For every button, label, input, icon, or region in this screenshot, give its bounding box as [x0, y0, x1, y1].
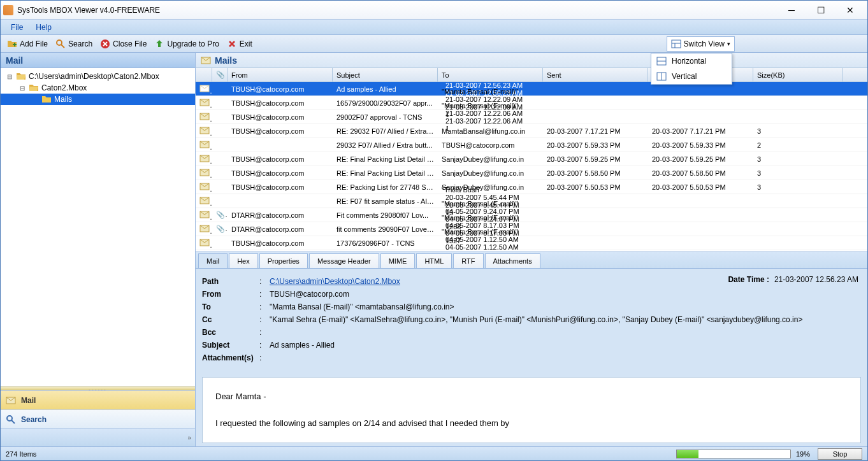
tab-attachments[interactable]: Attachments — [485, 253, 540, 268]
mail-icon — [201, 55, 211, 66]
tab-hex[interactable]: Hex — [229, 253, 258, 268]
col-sent[interactable]: Sent — [543, 68, 648, 82]
mail-icon — [199, 139, 210, 150]
exit-icon — [227, 39, 237, 49]
menu-file[interactable]: File — [4, 23, 29, 32]
switch-view-button[interactable]: Switch View ▾ — [667, 36, 735, 52]
tab-rtf[interactable]: RTF — [453, 253, 483, 268]
col-from[interactable]: From — [228, 68, 333, 82]
layout-icon — [671, 39, 681, 49]
mail-icon — [199, 125, 210, 136]
col-attachment[interactable]: 📎 — [212, 68, 228, 82]
dropdown-item-horizontal[interactable]: Horizontal — [651, 53, 732, 69]
upgrade-icon — [154, 39, 164, 49]
folder-icon — [41, 94, 52, 104]
progress-bar — [676, 450, 791, 458]
tree-root[interactable]: ⊟ C:\Users\admin\Desktop\Caton2.Mbox — [1, 71, 195, 82]
table-row[interactable]: TBUSH@catocorp.comRE: Final Packing List… — [196, 166, 867, 180]
tree-mails[interactable]: Mails — [1, 94, 195, 105]
grid-header: 📎 From Subject To Sent Recei... Size(KB) — [196, 68, 867, 82]
exit-button[interactable]: Exit — [223, 36, 256, 52]
menubar: File Help — [1, 20, 867, 35]
tab-html[interactable]: HTML — [416, 253, 452, 268]
grid-body[interactable]: TBUSH@catocorp.comAd samples - Allied"Ma… — [196, 82, 867, 252]
tab-mime[interactable]: MIME — [380, 253, 416, 268]
table-row[interactable]: 29032 F07/ Allied / Extra butt...TBUSH@c… — [196, 138, 867, 152]
message-body: Dear Mamta - I requested the following a… — [202, 377, 861, 443]
right-panel: Mails 📎 From Subject To Sent Recei... Si… — [196, 53, 867, 446]
col-icon[interactable] — [196, 68, 212, 82]
upgrade-button[interactable]: Upgrade to Pro — [150, 36, 222, 52]
mail-icon — [199, 167, 210, 178]
close-button[interactable]: ✕ — [835, 1, 865, 19]
left-panel: Mail ⊟ C:\Users\admin\Desktop\Caton2.Mbo… — [1, 53, 196, 446]
cell-from: TBUSH@catocorp.com — [228, 183, 333, 191]
cell-subject: fit comments 29090F07 Lovec... — [333, 225, 438, 233]
folder-open-icon — [16, 71, 26, 82]
cell-from: TBUSH@catocorp.com — [228, 85, 333, 93]
detail-from-value: TBUSH@catocorp.com — [270, 290, 861, 299]
search-button[interactable]: Search — [52, 36, 96, 52]
search-icon — [6, 415, 16, 425]
dropdown-item-vertical[interactable]: Vertical — [651, 69, 732, 84]
detail-panel: Path : C:\Users\admin\Desktop\Caton2.Mbo… — [196, 268, 867, 446]
cell-received: 20-03-2007 7.17.21 PM — [648, 127, 753, 135]
tree-child[interactable]: ⊟ Caton2.Mbox — [1, 82, 195, 94]
cell-subject: Fit comments 29080f07 Lov... — [333, 211, 438, 219]
attachment-icon: 📎 — [216, 225, 228, 232]
maximize-button[interactable]: ☐ — [806, 1, 835, 19]
cell-received: 20-03-2007 5.59.33 PM — [648, 141, 753, 149]
stop-button[interactable]: Stop — [818, 448, 862, 460]
upgrade-label: Upgrade to Pro — [167, 39, 219, 48]
mail-icon — [199, 238, 210, 248]
nav-strip: » — [1, 429, 195, 446]
cell-subject: RE: Final Packing List Detail f... — [333, 169, 438, 177]
col-size[interactable]: Size(KB) — [753, 68, 843, 82]
cell-sent: 04-05-2007 1.12.50 AM — [442, 236, 543, 243]
status-items: 274 Items — [6, 450, 36, 458]
minimize-button[interactable]: ─ — [777, 1, 806, 19]
tree-toggle-icon[interactable]: ⊟ — [6, 73, 13, 80]
tree-mails-label: Mails — [54, 95, 72, 104]
cell-subject: 17376/29096F07 - TCNS — [333, 239, 438, 247]
add-file-button[interactable]: Add File — [3, 36, 52, 52]
cell-from: TBUSH@catocorp.com — [228, 239, 333, 247]
chevron-icon[interactable]: » — [187, 434, 191, 441]
cell-received: 20-03-2007 5.50.53 PM — [648, 183, 753, 191]
tab-message-header[interactable]: Message Header — [309, 253, 379, 268]
detail-bcc-value — [270, 328, 861, 337]
cell-subject: RE: Packing List for 27748 S0... — [333, 183, 438, 191]
detail-path-value[interactable]: C:\Users\admin\Desktop\Caton2.Mbox — [270, 277, 400, 286]
tab-mail[interactable]: Mail — [198, 253, 228, 268]
folder-tree[interactable]: ⊟ C:\Users\admin\Desktop\Caton2.Mbox ⊟ C… — [1, 68, 195, 387]
cell-subject: RE: 29032 F07/ Allied / Extra ... — [333, 127, 438, 135]
search-label: Search — [68, 39, 92, 48]
close-file-label: Close File — [113, 39, 147, 48]
cell-size: 2 — [753, 141, 843, 149]
close-file-button[interactable]: Close File — [96, 36, 150, 52]
col-subject[interactable]: Subject — [333, 68, 438, 82]
tab-properties[interactable]: Properties — [259, 253, 308, 268]
tree-toggle-icon[interactable]: ⊟ — [18, 85, 26, 92]
detail-datetime-label: Date Time : — [728, 275, 769, 284]
cell-sent: 20-03-2007 5.59.33 PM — [543, 141, 648, 149]
mail-icon — [199, 97, 210, 108]
table-row[interactable]: TBUSH@catocorp.com17376/29096F07 - TCNS"… — [196, 236, 867, 250]
nav-mail[interactable]: Mail — [1, 390, 195, 409]
col-to[interactable]: To — [438, 68, 543, 82]
cell-subject: RE: F07 fit sample status - All... — [333, 197, 438, 205]
detail-subject-label: Subject — [202, 341, 259, 350]
svg-rect-2 — [672, 40, 681, 48]
nav-search[interactable]: Search — [1, 409, 195, 429]
detail-datetime-value: 21-03-2007 12.56.23 AM — [774, 275, 858, 284]
cell-from: TBUSH@catocorp.com — [228, 113, 333, 121]
menu-help[interactable]: Help — [29, 23, 58, 32]
detail-attachment-label: Attachment(s) — [202, 353, 259, 362]
table-row[interactable]: TBUSH@catocorp.com29002F07 approval - TC… — [196, 110, 867, 124]
table-row[interactable]: TBUSH@catocorp.comRE: Final Packing List… — [196, 152, 867, 166]
switch-view-dropdown: Horizontal Vertical — [651, 53, 732, 85]
tree-root-label: C:\Users\admin\Desktop\Caton2.Mbox — [29, 72, 159, 81]
cell-to: MamtaBansal@lifung.co.in — [438, 127, 543, 135]
tree-child-label: Caton2.Mbox — [41, 83, 87, 92]
mail-icon — [199, 111, 210, 122]
